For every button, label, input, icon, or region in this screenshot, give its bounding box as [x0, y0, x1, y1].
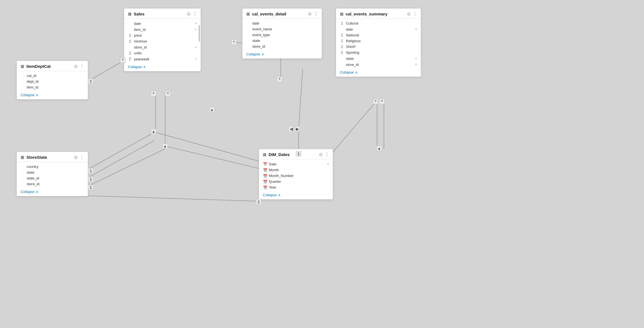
table-row: Σ price: [124, 33, 201, 38]
cal-detail-collapse[interactable]: Collapse ∧: [242, 50, 322, 58]
dim-dates-eye-icon[interactable]: ◎: [319, 152, 323, 157]
svg-line-3: [85, 141, 154, 179]
dim-dates-more-icon[interactable]: ⋮: [325, 152, 329, 157]
table-row: date ⌖: [124, 20, 201, 26]
cal-summary-table-title: cal_events_summary: [346, 12, 405, 16]
storestate-body: country state state_id store_id: [17, 162, 88, 188]
table-row: item_id ⌖: [124, 26, 201, 33]
dim-dates-header-actions: ◎ ⋮: [319, 152, 329, 157]
scrollbar: [199, 25, 200, 42]
field-name: state: [27, 170, 84, 174]
itemdeptcat-header-actions: ◎ ⋮: [74, 64, 84, 69]
table-row: Σ SNAP: [336, 44, 421, 50]
collapse-label: Collapse: [263, 193, 277, 197]
itemdeptcat-collapse[interactable]: Collapse ∧: [17, 91, 88, 99]
field-name: SNAP: [346, 45, 417, 49]
table-row: state: [242, 38, 322, 44]
collapse-icon: ∧: [261, 52, 264, 56]
itemdeptcat-body: cat_id dept_id item_id: [17, 71, 88, 91]
marker-up-sales-dim2: ▲: [162, 143, 168, 149]
table-row: cat_id: [17, 73, 88, 79]
field-name: store_id: [134, 45, 193, 49]
itemdeptcat-table-icon: ▦: [21, 64, 24, 68]
marker-1-itemdeptcat: 1: [88, 79, 94, 84]
marker-left-arrow: ◀: [288, 126, 294, 132]
marker-asterisk-sales-date: *: [151, 91, 156, 96]
storestate-eye-icon[interactable]: ◎: [74, 155, 78, 160]
marker-asterisk-summary-1: *: [373, 99, 378, 104]
dim-dates-collapse[interactable]: Collapse ∧: [259, 191, 333, 199]
field-name: Date: [269, 162, 325, 166]
collapse-label: Collapse: [128, 65, 142, 69]
calendar2-icon: 📆: [263, 168, 267, 172]
table-row: store_id ⌖: [124, 44, 201, 50]
table-row: Σ Cultural: [336, 20, 421, 26]
cal-summary-eye-icon[interactable]: ◎: [407, 11, 411, 16]
field-name: store_id: [346, 63, 413, 67]
calendar-icon: 📅: [263, 162, 267, 166]
sales-table-title: Sales: [134, 12, 185, 16]
field-name: Religious: [346, 39, 417, 43]
sales-eye-icon[interactable]: ◎: [187, 11, 190, 16]
itemdeptcat-more-icon[interactable]: ⋮: [80, 64, 84, 69]
cal-detail-header-actions: ◎ ⋮: [308, 11, 318, 16]
calendar2-icon: 📆: [263, 180, 267, 184]
field-badge: ⌖: [195, 21, 197, 26]
field-name: date: [252, 21, 318, 25]
svg-line-4: [85, 149, 165, 187]
cal-events-detail-header: ▦ cal_events_detail ◎ ⋮: [242, 9, 322, 19]
cal-summary-table-icon: ▦: [340, 12, 343, 16]
table-row: Σ National: [336, 32, 421, 38]
storestate-collapse[interactable]: Collapse ∧: [17, 188, 88, 196]
field-badge: ⌖: [327, 162, 329, 166]
cal-detail-table-icon: ▦: [246, 12, 250, 16]
svg-line-8: [165, 146, 269, 171]
sigma-icon: Σ: [340, 51, 344, 55]
field-name: state: [252, 39, 318, 43]
storestate-more-icon[interactable]: ⋮: [80, 155, 84, 160]
field-name: National: [346, 33, 417, 37]
field-name: cat_id: [27, 74, 84, 78]
sigma-icon: Σ: [340, 33, 344, 37]
field-name: units: [134, 51, 197, 55]
sigma-icon: Σ: [340, 45, 344, 49]
field-name: dept_id: [27, 79, 84, 84]
sales-more-icon[interactable]: ⋮: [193, 11, 197, 16]
sigma-icon: Σ: [128, 51, 132, 55]
itemdeptcat-eye-icon[interactable]: ◎: [74, 64, 78, 69]
table-row: Σ Religious: [336, 38, 421, 44]
sigma-icon: Σ: [340, 21, 344, 25]
table-row: Σ yearweek ⌖: [124, 56, 201, 62]
table-row: store_id: [242, 44, 322, 49]
cal-summary-more-icon[interactable]: ⋮: [413, 11, 417, 16]
table-row: 📆 Month: [259, 167, 333, 173]
marker-1-storestate-right: 1: [256, 199, 261, 205]
marker-1-storestate-1: 1: [88, 168, 94, 174]
sales-collapse[interactable]: Collapse ∧: [124, 63, 201, 71]
cal-detail-more-icon[interactable]: ⋮: [314, 11, 318, 16]
marker-asterisk-cal-detail: *: [231, 39, 237, 45]
field-name: revenue: [134, 39, 197, 43]
dim-dates-table-title: DIM_Dates: [269, 152, 317, 157]
field-badge: ⌖: [415, 27, 417, 31]
cal-summary-body: Σ Cultural date ⌖ Σ National Σ Religious…: [336, 19, 421, 69]
table-row: Σ Sporting: [336, 50, 421, 55]
cal-summary-collapse[interactable]: Collapse ∧: [336, 69, 421, 77]
collapse-label: Collapse: [340, 70, 354, 74]
field-name: item_id: [134, 28, 193, 32]
field-name: store_id: [27, 182, 84, 186]
field-name: store_id: [252, 44, 318, 49]
itemdeptcat-header: ▦ ItemDeptCat ◎ ⋮: [17, 61, 88, 71]
cal-detail-eye-icon[interactable]: ◎: [308, 11, 312, 16]
field-name: Year: [269, 185, 329, 189]
marker-1-storestate-3: 1: [88, 185, 94, 190]
cal-events-detail-body: date event_name event_type state store_i…: [242, 19, 322, 50]
svg-line-1: [85, 61, 124, 83]
collapse-label: Collapse: [21, 93, 35, 97]
cal-events-summary-table: ▦ cal_events_summary ◎ ⋮ Σ Cultural date…: [336, 8, 421, 77]
table-row: event_name: [242, 26, 322, 32]
svg-line-6: [155, 132, 269, 164]
field-badge: ⌖: [415, 62, 417, 67]
field-name: yearweek: [134, 57, 193, 61]
storestate-table: ▦ StoreState ◎ ⋮ country state state_id: [17, 152, 88, 196]
